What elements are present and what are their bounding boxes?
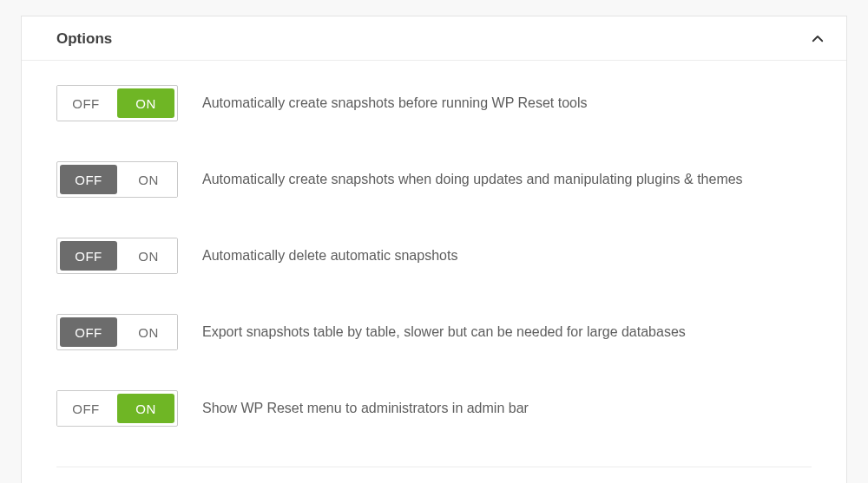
toggle-off-button[interactable]: OFF [57,391,115,426]
toggle-on-button[interactable]: ON [117,394,174,423]
toggle-on-button[interactable]: ON [117,88,174,118]
option-row-export-table-by-table: OFF ON Export snapshots table by table, … [56,314,812,350]
options-panel: Options OFF ON Automatically create snap… [21,16,847,483]
toggle-on-button[interactable]: ON [120,315,177,349]
option-row-auto-snapshot-before-tools: OFF ON Automatically create snapshots be… [56,85,812,121]
toggle-on-button[interactable]: ON [120,238,177,273]
toggle-auto-snapshot-on-updates[interactable]: OFF ON [56,161,178,198]
toggle-off-button[interactable]: OFF [57,86,115,121]
toggle-export-table-by-table[interactable]: OFF ON [56,314,178,350]
options-panel-title: Options [56,30,112,48]
option-row-auto-delete-snapshots: OFF ON Automatically delete automatic sn… [56,238,812,274]
option-label: Show WP Reset menu to administrators in … [202,399,529,418]
chevron-up-icon [810,31,825,47]
toggle-show-admin-bar-menu[interactable]: OFF ON [56,390,178,427]
toggle-off-button[interactable]: OFF [60,165,117,194]
toggle-off-button[interactable]: OFF [60,241,117,271]
footer-divider [56,467,812,467]
toggle-auto-delete-snapshots[interactable]: OFF ON [56,238,178,274]
options-panel-footer: Save options [22,467,846,483]
option-label: Automatically create snapshots when doin… [202,170,743,189]
toggle-on-button[interactable]: ON [120,162,177,197]
option-label: Automatically create snapshots before ru… [202,94,588,113]
option-row-show-admin-bar-menu: OFF ON Show WP Reset menu to administrat… [56,390,812,427]
option-label: Export snapshots table by table, slower … [202,323,686,342]
toggle-auto-snapshot-before-tools[interactable]: OFF ON [56,85,178,121]
options-panel-body: OFF ON Automatically create snapshots be… [22,61,846,427]
options-panel-header[interactable]: Options [22,16,846,61]
option-row-auto-snapshot-on-updates: OFF ON Automatically create snapshots wh… [56,161,812,198]
toggle-off-button[interactable]: OFF [60,317,117,347]
option-label: Automatically delete automatic snapshots [202,246,457,265]
